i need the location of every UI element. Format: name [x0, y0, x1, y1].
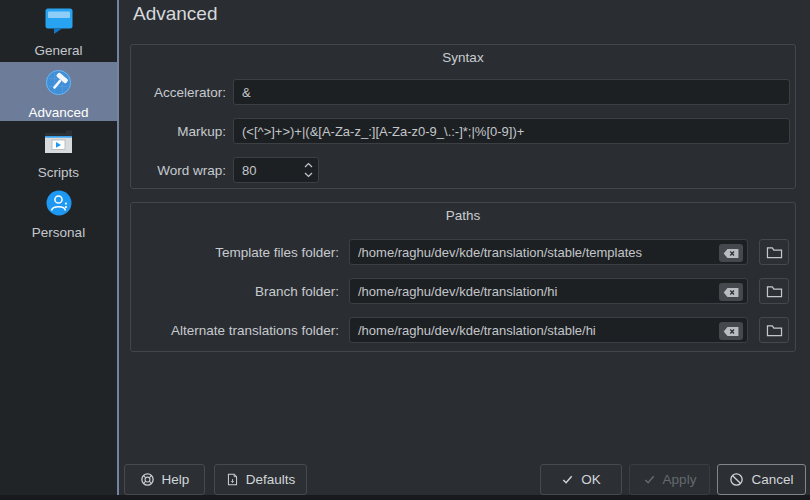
- settings-window: General Advanced: [0, 0, 810, 500]
- sidebar-item-personal[interactable]: Personal: [0, 184, 117, 242]
- help-lifebuoy-icon: [140, 472, 155, 487]
- browse-alt-translations-folder-button[interactable]: [759, 317, 789, 343]
- check-icon: [561, 473, 574, 486]
- markup-label: Markup:: [139, 124, 226, 139]
- ok-button-label: OK: [581, 472, 601, 487]
- template-folder-input[interactable]: [350, 240, 747, 264]
- folder-icon: [766, 323, 783, 338]
- branch-folder-label: Branch folder:: [139, 284, 339, 299]
- browse-template-folder-button[interactable]: [759, 239, 789, 265]
- syntax-group: Syntax Accelerator: Markup: Word wrap:: [130, 44, 796, 189]
- alt-translations-folder-label: Alternate translations folder:: [139, 323, 339, 338]
- sidebar-item-advanced[interactable]: Advanced: [0, 62, 117, 121]
- apply-button[interactable]: Apply: [629, 464, 710, 495]
- defaults-button[interactable]: Defaults: [214, 464, 307, 495]
- accelerator-input[interactable]: [233, 79, 790, 105]
- clear-text-icon: [723, 287, 739, 298]
- sidebar-item-label: Scripts: [38, 165, 79, 180]
- clear-text-icon: [723, 326, 739, 337]
- template-folder-field: [349, 239, 748, 265]
- page-title: Advanced: [133, 3, 218, 25]
- cancel-button[interactable]: Cancel: [717, 464, 806, 495]
- sidebar-item-general[interactable]: General: [0, 0, 117, 62]
- help-button-label: Help: [162, 472, 190, 487]
- folder-icon: [766, 245, 783, 260]
- chat-bubble-icon: [45, 8, 73, 38]
- branch-folder-field: [349, 278, 748, 304]
- chevron-up-icon: [304, 162, 313, 168]
- sidebar: General Advanced: [0, 0, 117, 500]
- ok-button[interactable]: OK: [540, 464, 622, 495]
- sidebar-divider: [117, 0, 119, 500]
- apply-button-label: Apply: [663, 472, 697, 487]
- cancel-button-label: Cancel: [751, 472, 793, 487]
- markup-input[interactable]: [233, 118, 790, 144]
- clear-alt-translations-folder-button[interactable]: [719, 322, 743, 340]
- sidebar-item-label: Advanced: [28, 105, 88, 120]
- hammer-icon: [45, 69, 72, 100]
- clear-template-folder-button[interactable]: [719, 244, 743, 262]
- clear-branch-folder-button[interactable]: [719, 283, 743, 301]
- alt-translations-folder-input[interactable]: [350, 318, 747, 342]
- check-icon: [643, 473, 656, 486]
- spin-down-button[interactable]: [303, 171, 314, 179]
- sidebar-item-label: General: [34, 43, 82, 58]
- syntax-group-title: Syntax: [131, 50, 795, 65]
- window-bottom-edge: [0, 495, 810, 500]
- chevron-down-icon: [304, 172, 313, 178]
- folder-icon: [766, 284, 783, 299]
- accelerator-label: Accelerator:: [139, 85, 226, 100]
- paths-group: Paths Template files folder: Branch fold…: [130, 202, 796, 352]
- document-revert-icon: [226, 472, 239, 487]
- sidebar-item-scripts[interactable]: Scripts: [0, 124, 117, 182]
- alt-translations-folder-field: [349, 317, 748, 343]
- word-wrap-input[interactable]: [234, 158, 298, 182]
- branch-folder-input[interactable]: [350, 279, 747, 303]
- script-window-icon: [44, 130, 74, 160]
- help-button[interactable]: Help: [124, 464, 205, 495]
- cancel-slashed-circle-icon: [729, 472, 744, 487]
- template-folder-label: Template files folder:: [139, 245, 339, 260]
- sidebar-item-label: Personal: [32, 225, 85, 240]
- browse-branch-folder-button[interactable]: [759, 278, 789, 304]
- clear-text-icon: [723, 248, 739, 259]
- spin-up-button[interactable]: [303, 161, 314, 169]
- paths-group-title: Paths: [131, 208, 795, 223]
- defaults-button-label: Defaults: [246, 472, 296, 487]
- word-wrap-spinbox: [233, 157, 319, 183]
- word-wrap-label: Word wrap:: [139, 163, 226, 178]
- user-icon: [46, 190, 72, 220]
